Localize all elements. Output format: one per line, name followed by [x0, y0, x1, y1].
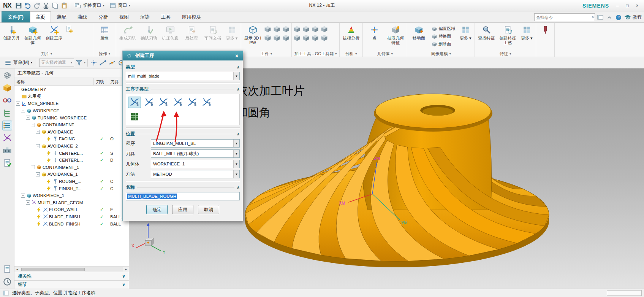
toolpath-tool-button[interactable]	[537, 24, 553, 37]
tab-渲染[interactable]: 渲染	[134, 11, 155, 22]
part-navigator-icon[interactable]	[2, 108, 12, 118]
tab-视图[interactable]: 视图	[114, 11, 134, 22]
find-feature-button[interactable]: 查找特征	[476, 24, 497, 41]
tree-row-containment[interactable]: −CONTAINMENT	[14, 121, 129, 129]
copy-icon[interactable]	[51, 2, 59, 10]
expander-icon[interactable]: −	[21, 109, 25, 113]
ipw-compare-button[interactable]	[264, 25, 272, 33]
switch-window-button[interactable]: 切换窗口 ▾	[72, 1, 107, 10]
expander-icon[interactable]: −	[36, 130, 40, 134]
redo-icon[interactable]	[33, 2, 41, 10]
gc-tool-4-button[interactable]	[320, 25, 328, 33]
tree-row-turning_workpiece[interactable]: −TURNING_WORKPIECE	[14, 114, 129, 121]
scroll-left-icon[interactable]: ◄	[14, 267, 20, 272]
snap-end-icon[interactable]	[99, 59, 107, 67]
scroll-right-icon[interactable]: ►	[123, 267, 129, 272]
geometry-combo[interactable]: WORKPIECE_1▼	[151, 160, 240, 168]
create-geometry-button[interactable]: 创建几何体	[22, 24, 43, 46]
expander-icon[interactable]: −	[36, 144, 40, 148]
tree-row-rough_[interactable]: ROUGH_...✓C	[14, 178, 129, 185]
gc-check-1-button[interactable]	[293, 25, 301, 33]
offset-region-button[interactable]: 偏置区域	[430, 25, 457, 32]
extract-geometric-feature-button[interactable]: 抽取几何特征	[385, 24, 406, 46]
more-sync-button[interactable]: 更多 ▾	[457, 24, 473, 41]
operation-navigator-icon[interactable]	[2, 121, 12, 130]
expander-icon[interactable]: −	[31, 165, 35, 169]
tree-row-未用项[interactable]: 未用项	[14, 93, 129, 100]
chevron-down-icon[interactable]: ▼	[233, 150, 239, 157]
location-section-header[interactable]: 位置 ∧	[126, 131, 240, 137]
blend-finish-button[interactable]	[171, 97, 184, 108]
tab-曲线[interactable]: 曲线	[72, 11, 93, 22]
move-face-button[interactable]: 移动面	[408, 24, 429, 41]
machine-navigator-icon[interactable]	[2, 146, 12, 156]
type-section-header[interactable]: 类型 ∧	[126, 64, 240, 70]
properties-button[interactable]: 属性	[94, 24, 115, 41]
verify-toolpath-button[interactable]: 确认刀轨	[139, 24, 159, 41]
tab-分析[interactable]: 分析	[93, 11, 114, 22]
subtype-section-header[interactable]: 工序子类型 ∧	[126, 86, 240, 92]
expander-icon[interactable]: −	[21, 194, 25, 198]
gc-tool-3-button[interactable]	[311, 25, 319, 33]
tree-row-avoidance_2[interactable]: −AVOIDANCE_2	[14, 143, 129, 150]
help-icon[interactable]: ?	[615, 14, 622, 21]
panel-icon[interactable]	[597, 14, 604, 21]
collision-check-button[interactable]	[282, 25, 290, 33]
tree-row-facing[interactable]: FACING✓O	[14, 135, 129, 143]
gc-tool-6-button[interactable]	[302, 34, 310, 42]
expander-icon[interactable]: −	[16, 102, 20, 106]
name-section-header[interactable]: 名称 ∧	[126, 184, 240, 191]
details-section[interactable]: 细节 ∨	[14, 280, 129, 289]
notes-icon[interactable]	[2, 264, 12, 274]
operation-name-input[interactable]: MULTI_BLADE_ROUGH	[126, 192, 240, 200]
edge-finish-button[interactable]	[200, 97, 213, 108]
point-button[interactable]: 点	[364, 24, 385, 41]
save-icon[interactable]	[14, 2, 23, 10]
tree-row-containment_1[interactable]: −CONTAINMENT_1	[14, 164, 129, 171]
chevron-down-icon[interactable]: ▼	[233, 72, 239, 80]
chevron-down-icon[interactable]: ▾	[84, 61, 85, 64]
paste-icon[interactable]	[60, 2, 68, 10]
cut-icon[interactable]	[42, 2, 50, 10]
tree-row-centerl[interactable]: CENTERL...✓S	[14, 149, 129, 157]
ribbon-group-label-feature[interactable]: 特征▾	[476, 51, 535, 57]
selection-filter-combo[interactable]: 无选择过滤器 ▾	[39, 59, 74, 67]
blade-finish-button[interactable]	[157, 97, 170, 108]
cancel-button[interactable]: 取消	[198, 205, 219, 214]
program-combo[interactable]: LINGJIAN_MULTI_BL▼	[151, 139, 240, 148]
constraint-navigator-icon[interactable]	[2, 95, 12, 105]
tree-row-blade_finish[interactable]: BLADE_FINISH✓BALL_	[14, 213, 129, 221]
tab-文件F[interactable]: 文件(F)	[2, 11, 30, 22]
scrollbar-thumb[interactable]	[21, 268, 85, 271]
search-input[interactable]	[535, 15, 592, 20]
window-menu-button[interactable]: 窗口 ▾	[107, 1, 133, 10]
tab-应用模块[interactable]: 应用模块	[176, 11, 207, 22]
generate-toolpath-button[interactable]: 生成刀轨	[117, 24, 138, 41]
blade-rough-rest-button[interactable]	[186, 97, 199, 108]
minimize-button[interactable]: –	[613, 2, 622, 10]
path-display-button[interactable]	[282, 34, 290, 42]
tab-主页[interactable]: 主页	[30, 11, 51, 22]
tree-row-centerl[interactable]: CENTERL...✓D	[14, 157, 129, 164]
tool-display-button[interactable]	[273, 34, 281, 42]
create-operation-button[interactable]: 创建工序	[44, 24, 64, 41]
settings-gear-icon[interactable]	[2, 70, 12, 80]
tutorial-button[interactable]: 教程	[624, 14, 642, 21]
snap-point-icon[interactable]	[90, 59, 98, 67]
snap-mid-icon[interactable]	[108, 59, 116, 67]
gc-tool-8-button[interactable]	[320, 34, 328, 42]
ribbon-group-label-gc-toolbox[interactable]: 加工工具 - GC工具箱▾	[293, 51, 338, 57]
expander-icon[interactable]: −	[26, 116, 30, 120]
create-program-button[interactable]	[65, 25, 73, 33]
apply-button[interactable]: 应用	[172, 205, 193, 214]
shop-documentation-button[interactable]: 车间文档	[203, 24, 223, 41]
tree-row-avoidance_1[interactable]: −AVOIDANCE_1	[14, 171, 129, 178]
tree-row-multi_blade_geom[interactable]: −MULTI_BLADE_GEOM	[14, 199, 129, 206]
machining-feature-navigator-icon[interactable]	[2, 133, 12, 143]
command-search[interactable]	[534, 13, 595, 21]
collapse-ribbon-icon[interactable]	[606, 14, 613, 21]
gc-check-2-button[interactable]	[302, 25, 310, 33]
type-filter-icon[interactable]	[75, 59, 83, 67]
chevron-down-icon[interactable]: ▼	[233, 160, 239, 168]
tree-row-workpiece[interactable]: −WORKPIECE	[14, 107, 129, 114]
